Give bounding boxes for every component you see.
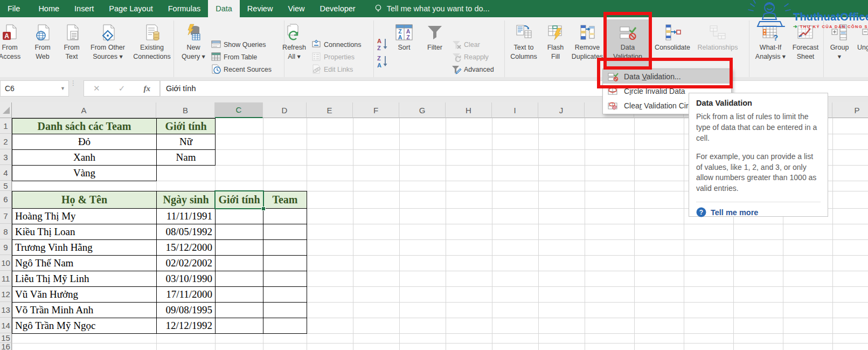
cell-C9[interactable] (215, 239, 263, 256)
cell-B7[interactable]: 11/11/1991 (156, 208, 216, 224)
properties-button[interactable]: Properties (311, 51, 355, 63)
name-box[interactable]: C6 ▼ (0, 80, 69, 97)
cell-B2[interactable]: Nữ (156, 134, 216, 150)
column-header-D[interactable]: D (263, 102, 307, 118)
cell-D10[interactable] (263, 255, 307, 271)
cell-A8[interactable]: Kiều Thị Loan (12, 224, 157, 240)
cell-A11[interactable]: Liễu Thị Mỹ Linh (12, 271, 157, 287)
cell-A6[interactable]: Họ & Tên (12, 191, 157, 209)
cell-B3[interactable]: Nam (156, 149, 216, 166)
column-header-F[interactable]: F (353, 102, 399, 118)
row-header-2[interactable]: 2 (0, 134, 12, 149)
tell-me-more-link[interactable]: Tell me more (711, 208, 758, 217)
column-header-C[interactable]: C (215, 102, 263, 118)
reapply-button[interactable]: Reapply (452, 51, 489, 63)
fill-handle[interactable] (261, 207, 266, 211)
cell-D6[interactable]: Team (263, 191, 307, 209)
column-header-E[interactable]: E (307, 102, 353, 118)
tell-me-input[interactable]: Tell me what you want to do... (387, 4, 490, 13)
sort-asc-icon: AZ (376, 37, 388, 53)
cell-C14[interactable] (215, 318, 263, 334)
show-queries-button[interactable]: Show Queries (211, 39, 266, 51)
tab-file[interactable]: File (0, 0, 31, 17)
tab-view[interactable]: View (280, 0, 312, 17)
cell-C10[interactable] (215, 255, 263, 271)
cell-A12[interactable]: Vũ Văn Hưởng (12, 286, 157, 303)
name-box-dropdown-icon[interactable]: ▼ (60, 86, 65, 91)
row-header-3[interactable]: 3 (0, 149, 12, 165)
column-header-P[interactable]: P (832, 102, 868, 118)
cell-D13[interactable] (263, 302, 307, 318)
cell-B11[interactable]: 03/10/1990 (156, 271, 216, 287)
row-header-5[interactable]: 5 (0, 181, 12, 191)
sort-descending-button[interactable]: ZA (376, 56, 388, 68)
cell-D7[interactable] (263, 208, 307, 224)
cell-C8[interactable] (215, 224, 263, 240)
cell-B8[interactable]: 08/05/1992 (156, 224, 216, 240)
cell-B9[interactable]: 15/12/2000 (156, 239, 216, 256)
row-header-7[interactable]: 7 (0, 208, 12, 224)
row-header-1[interactable]: 1 (0, 118, 12, 134)
cell-B12[interactable]: 17/11/2000 (156, 286, 216, 303)
row-header-11[interactable]: 11 (0, 271, 12, 286)
column-header-J[interactable]: J (538, 102, 585, 118)
cell-A3[interactable]: Xanh (12, 149, 157, 166)
cell-C7[interactable] (215, 208, 263, 224)
row-header-4[interactable]: 4 (0, 165, 12, 181)
row-header-10[interactable]: 10 (0, 255, 12, 271)
cell-D8[interactable] (263, 224, 307, 240)
row-header-12[interactable]: 12 (0, 286, 12, 302)
cell-B14[interactable]: 12/12/1992 (156, 318, 216, 334)
cell-D14[interactable] (263, 318, 307, 334)
recent-sources-button[interactable]: Recent Sources (211, 64, 272, 76)
cell-A13[interactable]: Võ Trần Minh Anh (12, 302, 157, 318)
tab-developer[interactable]: Developer (313, 0, 363, 17)
cell-D9[interactable] (263, 239, 307, 256)
enter-icon[interactable]: ✓ (119, 84, 126, 93)
row-header-16[interactable]: 16 (0, 343, 12, 350)
cell-A4[interactable]: Vàng (12, 165, 157, 181)
column-header-G[interactable]: G (399, 102, 446, 118)
tab-page-layout[interactable]: Page Layout (101, 0, 160, 17)
cell-D12[interactable] (263, 286, 307, 303)
sort-ascending-button[interactable]: AZ (376, 39, 388, 51)
column-header-H[interactable]: H (446, 102, 492, 118)
cancel-icon[interactable]: ✕ (93, 84, 100, 93)
cell-A1[interactable]: Danh sách các Team (12, 118, 157, 134)
advanced-button[interactable]: Advanced (452, 64, 494, 76)
cell-B6[interactable]: Ngày sinh (156, 191, 216, 209)
cell-B13[interactable]: 09/08/1995 (156, 302, 216, 318)
row-header-9[interactable]: 9 (0, 239, 12, 255)
cell-B1[interactable]: Giới tính (156, 118, 216, 134)
column-header-B[interactable]: B (156, 102, 215, 118)
cell-A9[interactable]: Trương Vinh Hằng (12, 239, 157, 256)
cell-C12[interactable] (215, 286, 263, 303)
cell-C13[interactable] (215, 302, 263, 318)
cell-A10[interactable]: Ngô Thế Nam (12, 255, 157, 271)
tab-insert[interactable]: Insert (67, 0, 101, 17)
formula-bar-splitter[interactable]: ⋮ (70, 81, 77, 85)
insert-function-icon[interactable]: fx (143, 84, 150, 93)
connections-button[interactable]: Connections (311, 39, 362, 51)
cell-D11[interactable] (263, 271, 307, 287)
cell-C11[interactable] (215, 271, 263, 287)
column-header-A[interactable]: A (12, 102, 156, 118)
tab-home[interactable]: Home (31, 0, 67, 17)
row-header-13[interactable]: 13 (0, 302, 12, 318)
row-header-6[interactable]: 6 (0, 191, 12, 208)
select-all-button[interactable] (3, 107, 10, 114)
from-table-button[interactable]: From Table (211, 51, 257, 63)
cell-A2[interactable]: Đỏ (12, 134, 157, 150)
button-label: Clear (464, 41, 480, 49)
clear-filter-button[interactable]: Clear (452, 39, 480, 51)
tab-formulas[interactable]: Formulas (161, 0, 208, 17)
row-header-8[interactable]: 8 (0, 224, 12, 239)
cell-A14[interactable]: Ngô Trần Mỹ Ngọc (12, 318, 157, 334)
cell-B10[interactable]: 02/02/2002 (156, 255, 216, 271)
row-header-14[interactable]: 14 (0, 318, 12, 333)
cell-A7[interactable]: Hoàng Thị My (12, 208, 157, 224)
tab-data[interactable]: Data (208, 0, 240, 17)
column-header-I[interactable]: I (492, 102, 538, 118)
edit-links-button[interactable]: Edit Links (311, 64, 353, 76)
tab-review[interactable]: Review (240, 0, 281, 17)
